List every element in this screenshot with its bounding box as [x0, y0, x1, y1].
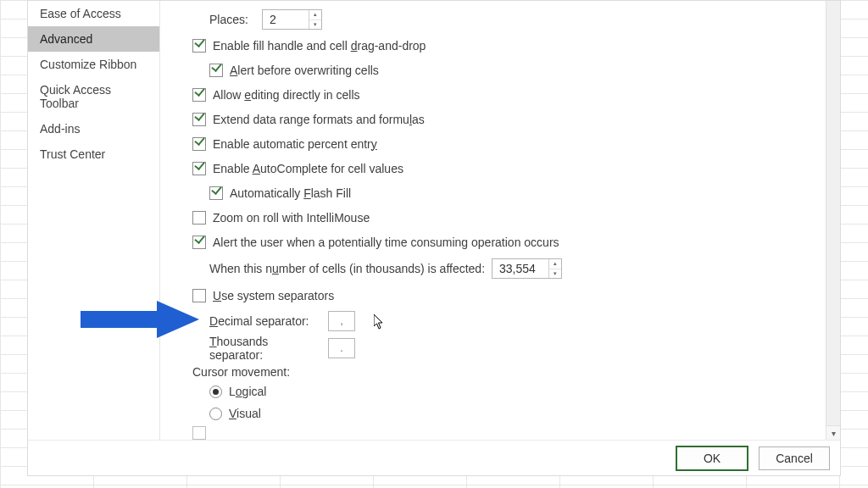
row-use-system-separators: Use system separators	[192, 283, 826, 308]
row-alert-time-consuming: Alert the user when a potentially time c…	[192, 230, 826, 254]
row-alert-overwrite: Alert before overwriting cells	[192, 58, 826, 82]
cursor-movement-heading: Cursor movement:	[192, 362, 826, 380]
row-cursor-logical: Logical	[192, 380, 826, 402]
label-alert-overwrite: Alert before overwriting cells	[230, 64, 379, 77]
label-fill-handle: Enable fill handle and cell drag-and-dro…	[213, 39, 426, 53]
options-scroll-area: Places: 2 ▴▾ Enable fill handle and cell…	[160, 1, 826, 440]
sidebar-item-customize-ribbon[interactable]: Customize Ribbon	[28, 52, 159, 77]
row-autocomplete: Enable AutoComplete for cell values	[192, 156, 826, 180]
places-value: 2	[263, 10, 309, 29]
radio-cursor-visual[interactable]	[209, 408, 222, 420]
decimal-separator-label: Decimal separator:	[209, 314, 321, 328]
row-extend-formats: Extend data range formats and formulas	[192, 107, 826, 131]
row-decimal-separator: Decimal separator: ,	[192, 308, 826, 335]
checkbox-extend-formats[interactable]	[192, 113, 206, 126]
dialog-button-bar: OK Cancel	[28, 440, 840, 475]
checkbox-partial-next[interactable]	[192, 426, 206, 440]
cells-affected-spin-buttons[interactable]: ▴▾	[548, 259, 561, 278]
cells-affected-label: When this number of cells (in thousands)…	[209, 262, 485, 275]
checkbox-fill-handle[interactable]	[192, 39, 206, 53]
scrollbar-down-button[interactable]: ▾	[826, 425, 840, 440]
cells-affected-value: 33,554	[492, 259, 548, 278]
places-label: Places:	[209, 13, 248, 26]
label-cursor-logical: Logical	[229, 385, 266, 398]
options-sidebar: Ease of Access Advanced Customize Ribbon…	[28, 1, 160, 440]
decimal-separator-input[interactable]: ,	[328, 311, 355, 331]
row-allow-edit-in-cells: Allow editing directly in cells	[192, 82, 826, 107]
label-alert-time: Alert the user when a potentially time c…	[213, 236, 559, 249]
row-cells-affected: When this number of cells (in thousands)…	[192, 254, 826, 283]
ok-button[interactable]: OK	[676, 446, 748, 471]
dialog-body: Ease of Access Advanced Customize Ribbon…	[28, 1, 840, 440]
checkbox-flash-fill[interactable]	[209, 186, 223, 200]
checkbox-auto-percent[interactable]	[192, 137, 206, 151]
sidebar-item-advanced[interactable]: Advanced	[28, 26, 159, 52]
row-zoom-intellimouse: Zoom on roll with IntelliMouse	[192, 205, 826, 230]
row-thousands-separator: Thousands separator: .	[192, 335, 826, 362]
places-spinner[interactable]: 2 ▴▾	[262, 9, 322, 30]
label-cursor-visual: Visual	[229, 407, 261, 420]
label-autocomplete: Enable AutoComplete for cell values	[213, 162, 403, 175]
radio-cursor-logical[interactable]	[209, 385, 222, 398]
row-cursor-visual: Visual	[192, 402, 826, 424]
row-partial-next	[192, 424, 826, 440]
places-spin-buttons[interactable]: ▴▾	[309, 10, 321, 29]
row-fill-handle: Enable fill handle and cell drag-and-dro…	[192, 33, 826, 58]
options-content-pane: Places: 2 ▴▾ Enable fill handle and cell…	[160, 1, 840, 440]
row-places: Places: 2 ▴▾	[192, 6, 826, 33]
label-use-system-separators: Use system separators	[213, 289, 334, 302]
checkbox-zoom-intellimouse[interactable]	[192, 211, 206, 225]
cells-affected-spinner[interactable]: 33,554 ▴▾	[492, 258, 562, 279]
thousands-separator-label: Thousands separator:	[209, 335, 321, 362]
vertical-scrollbar[interactable]: ▾	[826, 1, 840, 440]
sidebar-item-add-ins[interactable]: Add-ins	[28, 116, 159, 141]
row-auto-percent: Enable automatic percent entry	[192, 131, 826, 156]
row-flash-fill: Automatically Flash Fill	[192, 180, 826, 205]
thousands-separator-input[interactable]: .	[328, 338, 355, 358]
label-flash-fill: Automatically Flash Fill	[230, 186, 351, 200]
sidebar-item-trust-center[interactable]: Trust Center	[28, 141, 159, 167]
checkbox-autocomplete[interactable]	[192, 162, 206, 175]
label-auto-percent: Enable automatic percent entry	[213, 137, 377, 151]
sidebar-item-quick-access-toolbar[interactable]: Quick Access Toolbar	[28, 77, 159, 116]
label-zoom-intellimouse: Zoom on roll with IntelliMouse	[213, 211, 370, 225]
checkbox-use-system-separators[interactable]	[192, 289, 206, 302]
label-extend-formats: Extend data range formats and formulas	[213, 113, 425, 126]
checkbox-alert-time[interactable]	[192, 236, 206, 249]
label-allow-edit: Allow editing directly in cells	[213, 88, 360, 102]
checkbox-alert-overwrite[interactable]	[209, 64, 223, 77]
excel-options-dialog: Ease of Access Advanced Customize Ribbon…	[27, 0, 841, 476]
sidebar-item-ease-of-access[interactable]: Ease of Access	[28, 1, 159, 26]
checkbox-allow-edit[interactable]	[192, 88, 206, 102]
cancel-button[interactable]: Cancel	[759, 446, 830, 470]
